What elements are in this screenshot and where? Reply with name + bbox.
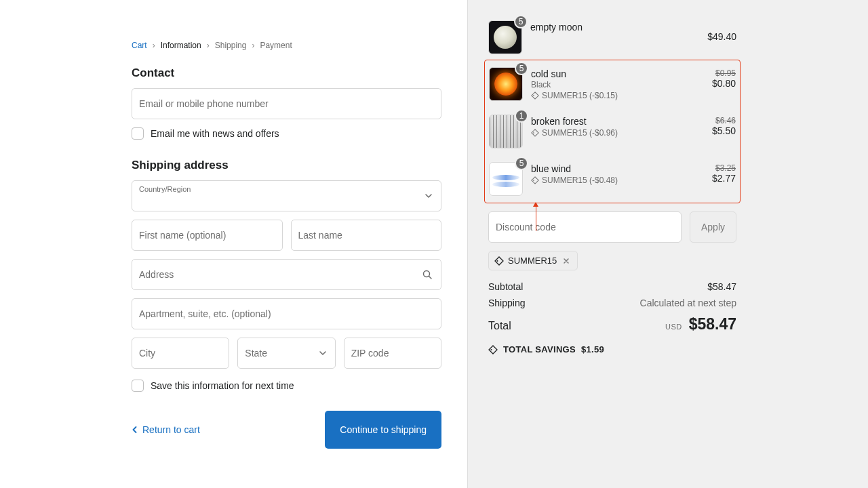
chevron-left-icon — [132, 426, 138, 433]
apply-discount-button[interactable]: Apply — [690, 211, 736, 243]
item-discount-text: SUMMER15 (-$0.96) — [542, 128, 618, 138]
shipping-section: Shipping address Country/Region First na… — [132, 159, 441, 392]
item-price-original: $6.46 — [688, 116, 736, 125]
return-to-cart-label: Return to cart — [142, 424, 200, 435]
total-savings: TOTAL SAVINGS $1.59 — [488, 344, 736, 354]
item-qty-badge: 5 — [515, 62, 528, 75]
state-select[interactable]: State — [237, 338, 335, 369]
total-savings-value: $1.59 — [581, 344, 604, 354]
svg-point-2 — [533, 95, 534, 96]
zip-placeholder: ZIP code — [351, 348, 389, 359]
item-name: blue wind — [531, 163, 680, 174]
item-qty-badge: 1 — [515, 109, 528, 123]
applied-discount-tag: SUMMER15 — [488, 251, 578, 270]
item-name: empty moon — [530, 22, 681, 33]
total-label: Total — [488, 320, 511, 332]
email-field[interactable]: Email or mobile phone number — [132, 88, 441, 119]
chevron-right-icon: › — [153, 41, 155, 50]
total-currency: USD — [665, 323, 682, 331]
order-summary: 5 empty moon $49.40 5 cold sun Black — [468, 0, 868, 488]
item-name: cold sun — [531, 68, 680, 79]
contact-section: Contact Email or mobile phone number Ema… — [132, 66, 441, 140]
item-price: $5.50 — [688, 125, 736, 136]
order-totals: Subtotal $58.47 Shipping Calculated at n… — [488, 281, 736, 354]
item-thumbnail-wrap: 5 — [489, 162, 523, 196]
discount-code-row: Discount code Apply — [488, 211, 736, 243]
subtotal-value: $58.47 — [707, 281, 736, 292]
save-info-checkbox-row[interactable]: Save this information for next time — [132, 380, 441, 392]
item-price-original: $3.25 — [688, 163, 736, 173]
svg-point-6 — [491, 349, 492, 350]
discounted-items-highlight: 5 cold sun Black SUMMER15 (-$0.15) $0.95… — [484, 60, 741, 203]
chevron-right-icon: › — [252, 41, 254, 50]
form-actions: Return to cart Continue to shipping — [132, 411, 441, 449]
item-discount-text: SUMMER15 (-$0.15) — [542, 91, 618, 100]
shipping-value: Calculated at next step — [640, 298, 736, 308]
newsletter-checkbox[interactable] — [132, 127, 144, 140]
save-info-checkbox[interactable] — [132, 380, 144, 392]
svg-point-5 — [497, 260, 498, 262]
svg-point-3 — [533, 132, 534, 134]
breadcrumb-information: Information — [161, 41, 201, 50]
item-price-original: $0.95 — [688, 68, 736, 78]
continue-to-shipping-button[interactable]: Continue to shipping — [325, 411, 441, 449]
item-discount: SUMMER15 (-$0.15) — [531, 91, 680, 100]
country-label: Country/Region — [139, 185, 191, 193]
contact-heading: Contact — [132, 66, 441, 80]
item-discount: SUMMER15 (-$0.96) — [531, 128, 680, 138]
apartment-field[interactable]: Apartment, suite, etc. (optional) — [132, 298, 441, 329]
tag-icon — [531, 92, 539, 100]
item-name: broken forest — [531, 116, 680, 127]
total-savings-label: TOTAL SAVINGS — [503, 344, 576, 354]
city-field[interactable]: City — [132, 338, 229, 369]
svg-point-4 — [533, 180, 534, 181]
tag-icon — [531, 129, 539, 137]
first-name-field[interactable]: First name (optional) — [132, 220, 283, 251]
shipping-heading: Shipping address — [132, 159, 441, 172]
breadcrumb-cart[interactable]: Cart — [132, 41, 147, 50]
tag-icon — [488, 345, 498, 354]
cart-item: 5 blue wind SUMMER15 (-$0.48) $3.25 $2.7… — [489, 155, 736, 203]
chevron-down-icon — [319, 349, 327, 357]
breadcrumb-payment: Payment — [260, 41, 292, 50]
item-price: $0.80 — [688, 78, 736, 89]
checkout-main: Cart › Information › Shipping › Payment … — [0, 0, 468, 488]
item-thumbnail-wrap: 5 — [488, 20, 522, 54]
last-name-field[interactable]: Last name — [291, 220, 442, 251]
annotation-arrow — [536, 203, 536, 231]
tag-icon — [494, 256, 504, 266]
chevron-right-icon: › — [207, 41, 210, 50]
applied-discount-code: SUMMER15 — [508, 256, 557, 266]
cart-item: 5 cold sun Black SUMMER15 (-$0.15) $0.95… — [489, 60, 736, 108]
city-placeholder: City — [139, 348, 155, 359]
state-placeholder: State — [245, 348, 267, 359]
item-thumbnail-wrap: 1 — [489, 115, 523, 148]
item-discount-text: SUMMER15 (-$0.48) — [542, 176, 618, 185]
zip-field[interactable]: ZIP code — [344, 338, 441, 369]
item-discount: SUMMER15 (-$0.48) — [531, 176, 680, 185]
item-price: $2.77 — [688, 173, 736, 184]
apartment-placeholder: Apartment, suite, etc. (optional) — [139, 308, 271, 319]
email-placeholder: Email or mobile phone number — [139, 98, 269, 109]
first-name-placeholder: First name (optional) — [139, 230, 226, 241]
breadcrumb: Cart › Information › Shipping › Payment — [132, 41, 441, 50]
last-name-placeholder: Last name — [298, 230, 342, 241]
cart-item: 5 empty moon $49.40 — [488, 14, 736, 61]
remove-discount-button[interactable] — [561, 257, 572, 265]
item-thumbnail-wrap: 5 — [489, 67, 523, 101]
item-variant: Black — [531, 80, 680, 89]
discount-code-input[interactable]: Discount code — [488, 211, 682, 243]
address-field[interactable]: Address — [132, 259, 441, 290]
country-select[interactable]: Country/Region — [132, 180, 441, 211]
subtotal-label: Subtotal — [488, 281, 523, 292]
tag-icon — [531, 176, 539, 184]
search-icon — [422, 269, 433, 280]
save-info-label: Save this information for next time — [151, 380, 294, 391]
cart-item: 1 broken forest SUMMER15 (-$0.96) $6.46 … — [489, 108, 736, 155]
newsletter-checkbox-row[interactable]: Email me with news and offers — [132, 127, 441, 140]
total-value: $58.47 — [689, 315, 736, 333]
newsletter-label: Email me with news and offers — [151, 128, 279, 139]
item-qty-badge: 5 — [515, 157, 528, 170]
address-placeholder: Address — [139, 269, 174, 280]
return-to-cart-link[interactable]: Return to cart — [132, 424, 200, 435]
